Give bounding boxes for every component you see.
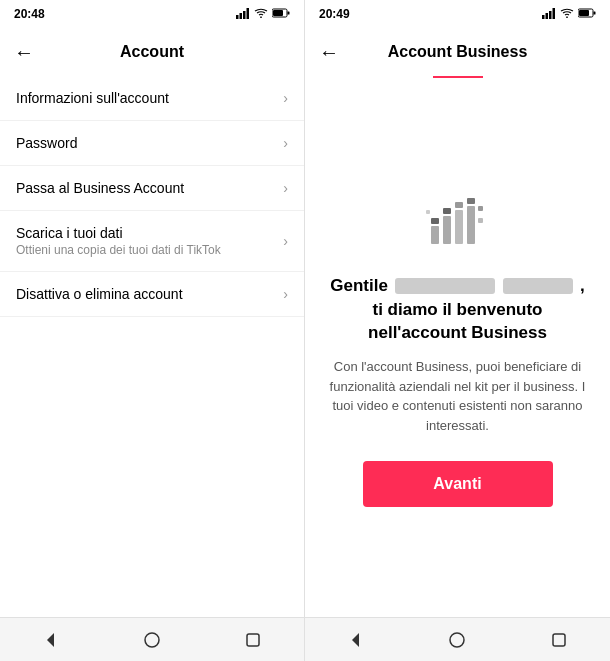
chevron-icon-1: › — [283, 135, 288, 151]
svg-rect-20 — [443, 208, 451, 214]
menu-item-deactivate[interactable]: Disattiva o elimina account › — [0, 272, 304, 317]
svg-rect-17 — [431, 226, 439, 244]
svg-rect-22 — [455, 202, 463, 208]
svg-rect-3 — [247, 8, 250, 19]
svg-rect-15 — [594, 12, 596, 15]
svg-marker-28 — [352, 633, 359, 647]
svg-rect-21 — [455, 210, 463, 244]
svg-rect-10 — [542, 15, 545, 19]
menu-item-deactivate-label: Disattiva o elimina account — [16, 286, 183, 302]
svg-point-8 — [145, 633, 159, 647]
right-back-button[interactable]: ← — [319, 41, 347, 64]
svg-rect-30 — [553, 634, 565, 646]
blurred-username-1 — [395, 278, 495, 294]
left-menu-list: Informazioni sull'account › Password › P… — [0, 76, 304, 617]
business-icon — [423, 188, 493, 258]
greeting-prefix: Gentile — [330, 276, 388, 295]
left-back-button[interactable]: ← — [14, 41, 42, 64]
left-home-nav-btn[interactable] — [136, 624, 168, 656]
svg-rect-23 — [467, 206, 475, 244]
left-status-bar: 20:48 — [0, 0, 304, 28]
left-status-icons — [236, 8, 290, 21]
chevron-icon-3: › — [283, 233, 288, 249]
menu-item-deactivate-content: Disattiva o elimina account — [16, 286, 183, 302]
svg-rect-6 — [273, 10, 283, 16]
menu-item-info-account-label: Informazioni sull'account — [16, 90, 169, 106]
chevron-icon-0: › — [283, 90, 288, 106]
svg-point-29 — [450, 633, 464, 647]
right-signal-icon — [542, 8, 556, 21]
svg-rect-12 — [549, 11, 552, 19]
right-home-nav-btn[interactable] — [441, 624, 473, 656]
right-status-time: 20:49 — [319, 7, 350, 21]
right-battery-icon — [578, 8, 596, 20]
left-nav-title: Account — [120, 43, 184, 61]
right-nav-bar: ← Account Business — [305, 28, 610, 76]
svg-rect-2 — [243, 11, 246, 19]
svg-rect-19 — [443, 216, 451, 244]
menu-item-business-account-label: Passa al Business Account — [16, 180, 184, 196]
menu-item-password-content: Password — [16, 135, 77, 151]
svg-rect-0 — [236, 15, 239, 19]
menu-item-download-data-sublabel: Ottieni una copia dei tuoi dati di TikTo… — [16, 243, 221, 257]
right-status-bar: 20:49 — [305, 0, 610, 28]
left-back-nav-btn[interactable] — [35, 624, 67, 656]
svg-rect-24 — [467, 198, 475, 204]
svg-rect-27 — [426, 210, 430, 214]
right-bottom-nav — [305, 617, 610, 661]
left-panel: 20:48 — [0, 0, 305, 661]
menu-item-password[interactable]: Password › — [0, 121, 304, 166]
svg-rect-26 — [478, 206, 483, 211]
right-recents-nav-btn[interactable] — [543, 624, 575, 656]
svg-rect-18 — [431, 218, 439, 224]
menu-item-info-account[interactable]: Informazioni sull'account › — [0, 76, 304, 121]
left-nav-bar: ← Account — [0, 28, 304, 76]
svg-rect-16 — [579, 10, 589, 16]
svg-rect-11 — [546, 13, 549, 19]
svg-rect-5 — [288, 12, 290, 15]
svg-rect-13 — [553, 8, 556, 19]
svg-rect-1 — [240, 13, 243, 19]
menu-item-password-label: Password — [16, 135, 77, 151]
chevron-icon-4: › — [283, 286, 288, 302]
menu-item-download-data-content: Scarica i tuoi dati Ottieni una copia de… — [16, 225, 221, 257]
menu-item-info-account-content: Informazioni sull'account — [16, 90, 169, 106]
chevron-icon-2: › — [283, 180, 288, 196]
welcome-greeting: Gentile , ti diamo il benvenuto nell'acc… — [329, 274, 586, 345]
menu-item-download-data-label: Scarica i tuoi dati — [16, 225, 221, 241]
business-content: Gentile , ti diamo il benvenuto nell'acc… — [305, 78, 610, 617]
right-back-nav-btn[interactable] — [340, 624, 372, 656]
left-status-time: 20:48 — [14, 7, 45, 21]
signal-icon — [236, 8, 250, 21]
battery-icon — [272, 8, 290, 20]
left-bottom-nav — [0, 617, 304, 661]
svg-rect-25 — [478, 218, 483, 223]
menu-item-download-data[interactable]: Scarica i tuoi dati Ottieni una copia de… — [0, 211, 304, 272]
avanti-button[interactable]: Avanti — [363, 461, 553, 507]
svg-marker-7 — [47, 633, 54, 647]
right-nav-title: Account Business — [388, 43, 528, 61]
business-icon-svg — [423, 188, 493, 258]
left-recents-nav-btn[interactable] — [237, 624, 269, 656]
wifi-icon — [254, 8, 268, 20]
right-wifi-icon — [560, 8, 574, 20]
menu-item-business-account-content: Passa al Business Account — [16, 180, 184, 196]
welcome-text-block: Gentile , ti diamo il benvenuto nell'acc… — [329, 274, 586, 435]
menu-item-business-account[interactable]: Passa al Business Account › — [0, 166, 304, 211]
svg-rect-9 — [247, 634, 259, 646]
blurred-username-2 — [503, 278, 573, 294]
right-status-icons — [542, 8, 596, 21]
right-panel: 20:49 — [305, 0, 610, 661]
welcome-description: Con l'account Business, puoi beneficiare… — [329, 357, 586, 435]
